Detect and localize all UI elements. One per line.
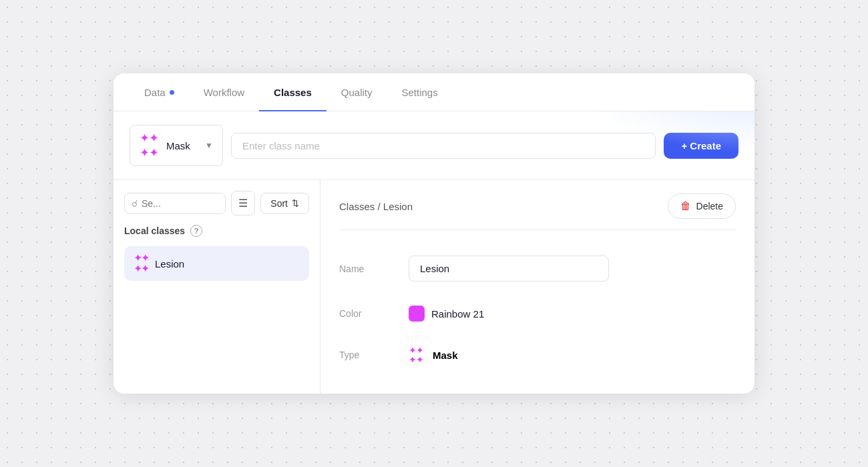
local-classes-header: Local classes ? — [124, 225, 309, 237]
body: ☌ ☰ Sort ⇅ Local classes ? ✦✦✦✦ Lesion — [114, 180, 754, 394]
search-box[interactable]: ☌ — [124, 193, 226, 214]
color-label: Color — [339, 308, 393, 319]
breadcrumb: Classes / Lesion — [339, 201, 413, 212]
name-label: Name — [339, 264, 393, 274]
class-name-input[interactable] — [231, 133, 656, 159]
tab-classes-label: Classes — [274, 87, 312, 98]
sort-button[interactable]: Sort ⇅ — [260, 193, 309, 214]
color-swatch — [409, 306, 425, 322]
name-field-row: Name — [339, 244, 736, 294]
tab-data[interactable]: Data — [130, 73, 189, 111]
tab-bar: Data Workflow Classes Quality Settings — [114, 73, 754, 111]
class-item-label: Lesion — [155, 258, 184, 270]
tab-data-label: Data — [144, 87, 166, 98]
tab-settings[interactable]: Settings — [387, 73, 453, 111]
mask-type-icon: ✦✦✦✦ — [140, 131, 158, 160]
create-button-label: + Create — [681, 140, 721, 151]
tab-quality[interactable]: Quality — [327, 73, 387, 111]
type-label: Type — [339, 350, 393, 360]
delete-button-label: Delete — [696, 201, 723, 211]
name-input[interactable] — [409, 256, 609, 282]
type-selector[interactable]: ✦✦✦✦ Mask ▼ — [130, 125, 223, 166]
filter-icon: ☰ — [238, 197, 248, 209]
help-icon[interactable]: ? — [190, 225, 202, 237]
local-classes-label: Local classes — [124, 225, 185, 236]
type-selector-label: Mask — [166, 140, 190, 151]
tab-classes[interactable]: Classes — [259, 73, 327, 111]
create-button[interactable]: + Create — [664, 133, 738, 159]
color-value-row[interactable]: Rainbow 21 — [409, 306, 484, 322]
delete-button[interactable]: 🗑 Delete — [668, 193, 736, 219]
right-panel: Classes / Lesion 🗑 Delete Name Color Rai… — [320, 180, 754, 394]
tab-workflow[interactable]: Workflow — [189, 73, 259, 111]
search-input[interactable] — [142, 198, 218, 209]
type-field-row: Type ✦✦✦✦ Mask — [339, 334, 736, 376]
tab-quality-label: Quality — [341, 87, 373, 98]
sort-label: Sort — [270, 198, 288, 209]
search-row: ☌ ☰ Sort ⇅ — [124, 191, 309, 215]
filter-button[interactable]: ☰ — [231, 191, 255, 215]
data-dot — [170, 90, 174, 95]
chevron-down-icon: ▼ — [205, 141, 213, 150]
type-mask-icon: ✦✦✦✦ — [409, 346, 423, 364]
left-panel: ☌ ☰ Sort ⇅ Local classes ? ✦✦✦✦ Lesion — [114, 180, 320, 394]
color-field-row: Color Rainbow 21 — [339, 294, 736, 334]
right-panel-header: Classes / Lesion 🗑 Delete — [339, 193, 736, 230]
type-value-text: Mask — [433, 350, 458, 361]
trash-icon: 🗑 — [680, 200, 691, 212]
class-item-lesion[interactable]: ✦✦✦✦ Lesion — [124, 246, 309, 281]
type-value-row: ✦✦✦✦ Mask — [409, 346, 458, 364]
tab-settings-label: Settings — [402, 87, 438, 98]
search-icon: ☌ — [132, 198, 138, 209]
main-card: Data Workflow Classes Quality Settings ✦… — [114, 73, 754, 394]
sort-arrows-icon: ⇅ — [292, 198, 299, 208]
toolbar: ✦✦✦✦ Mask ▼ + Create — [114, 111, 754, 180]
class-mask-icon: ✦✦✦✦ — [134, 253, 148, 274]
tab-workflow-label: Workflow — [204, 87, 244, 98]
color-value-text: Rainbow 21 — [431, 308, 484, 320]
